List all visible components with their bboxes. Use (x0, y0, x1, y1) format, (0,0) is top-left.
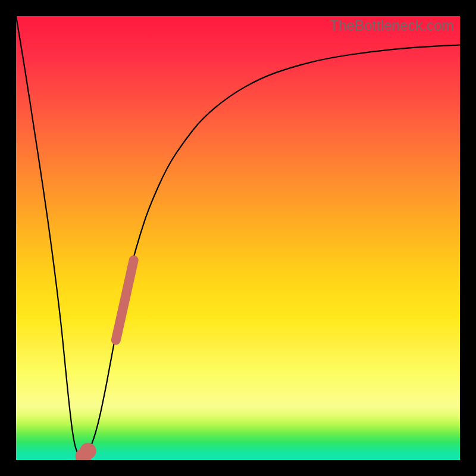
chart-frame: TheBottleneck.com (0, 0, 476, 476)
low-dot-2 (80, 443, 96, 459)
bottleneck-curve (16, 16, 460, 460)
plot-area: TheBottleneck.com (16, 16, 460, 460)
bar-segment (116, 260, 134, 340)
